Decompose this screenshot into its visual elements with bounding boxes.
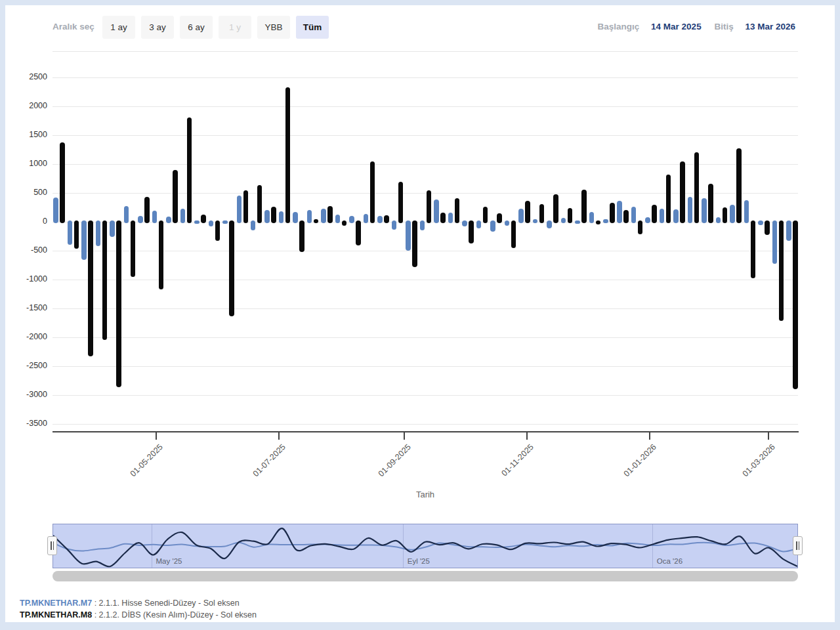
bar-m8[interactable] bbox=[525, 201, 530, 223]
bar-m8[interactable] bbox=[257, 185, 262, 223]
bar-m7[interactable] bbox=[293, 212, 298, 223]
range-button-tüm[interactable]: Tüm bbox=[296, 16, 329, 39]
bar-m7[interactable] bbox=[222, 220, 228, 224]
bar-m8[interactable] bbox=[736, 148, 742, 223]
bar-m8[interactable] bbox=[327, 206, 333, 223]
bar-m7[interactable] bbox=[53, 198, 58, 223]
bar-m8[interactable] bbox=[131, 220, 136, 277]
bar-m7[interactable] bbox=[96, 220, 101, 246]
bar-m8[interactable] bbox=[568, 208, 573, 223]
bar-m8[interactable] bbox=[793, 220, 798, 389]
navigator[interactable]: May '25Eyl '25Oca '26 bbox=[52, 524, 798, 568]
bar-m7[interactable] bbox=[68, 220, 73, 245]
bar-m7[interactable] bbox=[251, 220, 256, 230]
bar-m8[interactable] bbox=[187, 117, 192, 223]
bar-m7[interactable] bbox=[307, 210, 312, 223]
bar-m7[interactable] bbox=[124, 206, 129, 223]
bar-m7[interactable] bbox=[702, 198, 707, 223]
range-button-ybb[interactable]: YBB bbox=[257, 16, 290, 39]
bar-m8[interactable] bbox=[638, 220, 643, 234]
bar-m8[interactable] bbox=[765, 220, 770, 235]
bar-m8[interactable] bbox=[144, 197, 150, 223]
bar-m8[interactable] bbox=[370, 161, 375, 223]
range-button-1-ay[interactable]: 1 ay bbox=[102, 16, 135, 39]
bar-m8[interactable] bbox=[751, 220, 756, 278]
bar-m7[interactable] bbox=[730, 205, 735, 223]
bar-m7[interactable] bbox=[772, 220, 778, 264]
bar-m7[interactable] bbox=[603, 219, 608, 223]
bar-m7[interactable] bbox=[194, 220, 200, 224]
bar-m7[interactable] bbox=[476, 220, 482, 228]
bar-m7[interactable] bbox=[152, 211, 158, 223]
scrollbar[interactable] bbox=[52, 571, 798, 581]
bar-m8[interactable] bbox=[356, 220, 361, 245]
bar-m8[interactable] bbox=[215, 220, 220, 241]
bar-m7[interactable] bbox=[673, 209, 679, 223]
bar-m8[interactable] bbox=[440, 213, 446, 223]
bar-m7[interactable] bbox=[716, 217, 721, 223]
bar-m8[interactable] bbox=[666, 175, 671, 223]
bar-m8[interactable] bbox=[102, 220, 108, 340]
bar-m7[interactable] bbox=[420, 220, 425, 230]
bar-m8[interactable] bbox=[610, 203, 615, 223]
bar-m8[interactable] bbox=[511, 220, 516, 248]
bar-m7[interactable] bbox=[434, 200, 439, 223]
bar-m8[interactable] bbox=[779, 220, 784, 321]
bar-m8[interactable] bbox=[652, 205, 657, 223]
end-date-value[interactable]: 13 Mar 2026 bbox=[745, 22, 795, 32]
bar-m7[interactable] bbox=[505, 220, 510, 226]
bar-m8[interactable] bbox=[229, 220, 234, 316]
bar-m7[interactable] bbox=[448, 213, 453, 223]
bar-m7[interactable] bbox=[406, 220, 411, 251]
bar-m7[interactable] bbox=[490, 220, 495, 232]
bar-m7[interactable] bbox=[744, 200, 749, 223]
bar-m8[interactable] bbox=[680, 161, 685, 223]
bar-m8[interactable] bbox=[271, 207, 276, 223]
bar-m7[interactable] bbox=[364, 214, 369, 223]
bar-m7[interactable] bbox=[786, 220, 791, 241]
bar-m7[interactable] bbox=[688, 197, 693, 223]
bar-m8[interactable] bbox=[694, 152, 700, 223]
bar-m7[interactable] bbox=[617, 201, 622, 223]
bar-m8[interactable] bbox=[469, 220, 474, 243]
bar-m7[interactable] bbox=[138, 216, 143, 223]
bar-m7[interactable] bbox=[575, 220, 580, 224]
range-button-6-ay[interactable]: 6 ay bbox=[180, 16, 213, 39]
bar-m7[interactable] bbox=[180, 209, 186, 223]
bar-m8[interactable] bbox=[60, 142, 65, 223]
legend-series-code[interactable]: TP.MKNETHAR.M8 bbox=[20, 610, 92, 620]
bar-m8[interactable] bbox=[483, 207, 488, 223]
bar-m8[interactable] bbox=[455, 198, 460, 223]
bar-m7[interactable] bbox=[561, 218, 566, 223]
bar-m7[interactable] bbox=[462, 220, 467, 226]
bar-m8[interactable] bbox=[201, 215, 206, 223]
bar-m7[interactable] bbox=[392, 220, 397, 230]
bar-m8[interactable] bbox=[314, 219, 319, 223]
bar-m7[interactable] bbox=[645, 217, 650, 223]
bar-m7[interactable] bbox=[335, 215, 341, 223]
bar-m7[interactable] bbox=[279, 211, 284, 223]
navigator-right-handle[interactable] bbox=[793, 536, 803, 555]
bar-m8[interactable] bbox=[159, 220, 164, 289]
bar-m7[interactable] bbox=[321, 209, 326, 223]
navigator-left-handle[interactable] bbox=[47, 536, 57, 555]
bar-m8[interactable] bbox=[581, 190, 587, 223]
bar-m7[interactable] bbox=[547, 220, 552, 228]
bar-m8[interactable] bbox=[553, 194, 558, 223]
bar-m7[interactable] bbox=[166, 217, 171, 223]
bar-m7[interactable] bbox=[81, 220, 87, 260]
legend-series-code[interactable]: TP.MKNETHAR.M7 bbox=[20, 598, 92, 608]
start-date-value[interactable]: 14 Mar 2025 bbox=[651, 22, 702, 32]
bar-m8[interactable] bbox=[497, 213, 502, 223]
bar-m7[interactable] bbox=[533, 219, 538, 223]
bar-m8[interactable] bbox=[285, 87, 291, 223]
bar-m7[interactable] bbox=[209, 220, 214, 226]
bar-m8[interactable] bbox=[427, 190, 432, 223]
bar-m8[interactable] bbox=[708, 184, 713, 223]
bar-m7[interactable] bbox=[631, 207, 637, 223]
bar-m8[interactable] bbox=[539, 204, 545, 223]
bar-m7[interactable] bbox=[518, 209, 524, 223]
range-button-3-ay[interactable]: 3 ay bbox=[141, 16, 174, 39]
bar-m7[interactable] bbox=[349, 216, 354, 223]
bar-m8[interactable] bbox=[342, 220, 347, 226]
